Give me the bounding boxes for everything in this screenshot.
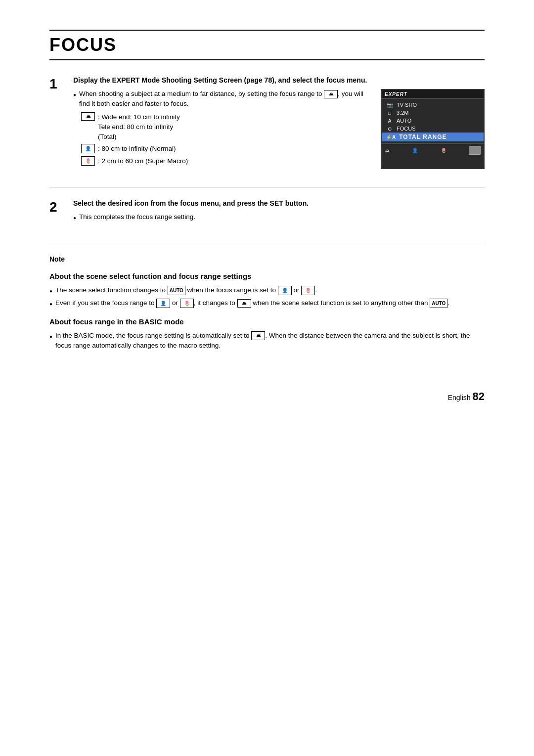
- note-subsection1-title: About the scene select function and focu…: [49, 272, 485, 280]
- auto-badge-1: AUTO: [168, 286, 185, 295]
- step1-indent-3: 🌷 : 2 cm to 60 cm (Super Macro): [81, 156, 367, 166]
- macro-badge-1: 🌷: [301, 286, 315, 295]
- step2-header: 2 Select the desired icon from the focus…: [49, 199, 485, 225]
- note-subsection1-bullets: The scene select function changes to AUT…: [49, 285, 485, 309]
- normal-icon: 👤: [81, 144, 95, 153]
- page-title-section: FOCUS: [49, 30, 485, 60]
- note-subsection2-title: About focus range in the BASIC mode: [49, 317, 485, 326]
- step1-indent-list: ⛰ : Wide end: 10 cm to infinityTele end:…: [81, 112, 367, 166]
- cam-row-total-range: ⚡A TOTAL RANGE: [382, 133, 484, 141]
- cam-footer-icon2: 👤: [412, 148, 418, 153]
- note-s1-bullet-2: Even if you set the focus range to 👤 or …: [49, 298, 485, 308]
- cam-focus-label: FOCUS: [397, 126, 416, 132]
- note-s2-bullet-1: In the BASIC mode, the focus range setti…: [49, 331, 485, 351]
- step2-title: Select the desired icon from the focus m…: [73, 199, 485, 207]
- step2-bullet-1: This completes the focus range setting.: [73, 212, 485, 222]
- step1-text: When shooting a subject at a medium to f…: [73, 89, 367, 169]
- tvsho-icon: 📷: [386, 102, 394, 108]
- cam-footer-icon1: ⛰: [385, 148, 390, 153]
- step1-header: 1 Display the EXPERT Mode Shooting Setti…: [49, 76, 485, 169]
- cam-auto-label: AUTO: [397, 118, 411, 124]
- step2-section: 2 Select the desired icon from the focus…: [49, 199, 485, 243]
- auto-badge-2: AUTO: [430, 299, 447, 308]
- note-section: Note About the scene select function and…: [49, 255, 485, 351]
- landscape-badge-1: ⛰: [237, 299, 251, 308]
- step1-bullet-list: When shooting a subject at a medium to f…: [73, 89, 367, 109]
- normal-badge-2: 👤: [156, 299, 170, 308]
- cam-row-32m: □ 3.2M: [382, 109, 484, 117]
- step1-bullet-1: When shooting a subject at a medium to f…: [73, 89, 367, 109]
- page-number: 82: [473, 390, 485, 402]
- 32m-icon: □: [386, 110, 394, 116]
- cam-body: 📷 TV·SHO □ 3.2M A AUTO ⊙: [382, 99, 484, 143]
- footer: English 82: [49, 390, 485, 403]
- cam-row-focus: ⊙ FOCUS: [382, 125, 484, 133]
- cam-row-tvsho: 📷 TV·SHO: [382, 101, 484, 109]
- note-s1-bullet-1: The scene select function changes to AUT…: [49, 285, 485, 295]
- step1-indent-2: 👤 : 80 cm to infinity (Normal): [81, 144, 367, 154]
- macro-icon: 🌷: [81, 156, 95, 166]
- note-subsection2-bullets: In the BASIC mode, the focus range setti…: [49, 331, 485, 351]
- landscape-badge-2: ⛰: [251, 331, 265, 340]
- cam-footer-icon3: 🌷: [441, 148, 446, 153]
- macro-badge-2: 🌷: [180, 299, 194, 308]
- step1-title: Display the EXPERT Mode Shooting Setting…: [73, 76, 485, 84]
- flash-a-icon: ⚡A: [386, 134, 396, 140]
- auto-icon: A: [386, 118, 394, 124]
- landscape-icon-inline: ⛰: [324, 90, 338, 99]
- step1-body: When shooting a subject at a medium to f…: [73, 89, 485, 169]
- step1-section: 1 Display the EXPERT Mode Shooting Setti…: [49, 76, 485, 187]
- total-icon: ⛰: [81, 112, 95, 121]
- focus-icon: ⊙: [386, 126, 394, 132]
- footer-text: English: [448, 394, 471, 401]
- note-title: Note: [49, 255, 485, 263]
- step2-content: Select the desired icon from the focus m…: [73, 199, 485, 225]
- cam-footer: ⛰ 👤 🌷: [382, 143, 484, 157]
- step1-indent-1: ⛰ : Wide end: 10 cm to infinityTele end:…: [81, 112, 367, 142]
- cam-tvsho-label: TV·SHO: [397, 102, 417, 108]
- cam-32m-label: 3.2M: [397, 110, 408, 116]
- step1-content: Display the EXPERT Mode Shooting Setting…: [73, 76, 485, 169]
- step2-number: 2: [49, 200, 63, 214]
- cam-header: expert: [382, 90, 484, 99]
- step1-number: 1: [49, 77, 63, 91]
- cam-total-range-label: TOTAL RANGE: [399, 133, 446, 140]
- camera-screen: expert 📷 TV·SHO □ 3.2M A AUTO: [381, 89, 485, 169]
- cam-row-auto: A AUTO: [382, 117, 484, 125]
- step2-bullet-list: This completes the focus range setting.: [73, 212, 485, 222]
- cam-thumbnail: [469, 146, 481, 155]
- normal-badge-1: 👤: [278, 286, 292, 295]
- page-title: FOCUS: [49, 35, 485, 55]
